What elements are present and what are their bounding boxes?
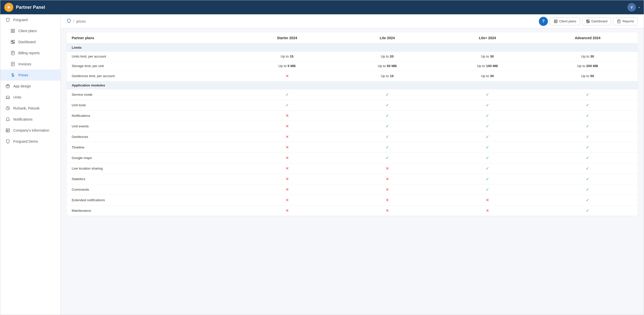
- table-icon: [5, 128, 10, 133]
- lite-cell: ✕: [337, 174, 437, 184]
- advanced-cell: ✓: [538, 184, 638, 195]
- sidebar-item-app-design[interactable]: App design: [0, 81, 60, 92]
- lite-cell: ✕: [337, 195, 437, 205]
- lite-cell: Up to 20: [337, 52, 437, 61]
- cross-icon: ✕: [386, 198, 389, 202]
- sidebar-item-dashboard-label: Dashboard: [18, 40, 36, 44]
- sidebar-item-units[interactable]: Units: [0, 92, 60, 103]
- dollar-icon: [10, 73, 15, 78]
- lite-cell: ✓: [337, 142, 437, 153]
- feature-cell: Google maps: [67, 153, 237, 163]
- reports-button[interactable]: Reports: [613, 17, 638, 25]
- check-icon: ✓: [586, 198, 589, 202]
- sidebar-item-ruhavik[interactable]: Ruhavik, Petovik: [0, 103, 60, 114]
- check-icon: ✓: [486, 156, 489, 160]
- check-icon: ✓: [486, 135, 489, 139]
- lite-cell: ✕: [337, 163, 437, 174]
- lite_plus-cell: ✓: [437, 121, 537, 132]
- svg-rect-39: [556, 22, 557, 23]
- svg-point-26: [8, 85, 8, 85]
- sidebar-item-forguard-demo[interactable]: Forguard Demo: [0, 136, 60, 147]
- check-icon: ✓: [486, 92, 489, 97]
- check-icon: ✓: [586, 103, 589, 107]
- lite_plus-cell: ✕: [437, 195, 537, 205]
- client-plans-button[interactable]: Client plans: [550, 17, 580, 25]
- check-icon: ✓: [286, 103, 289, 107]
- advanced-cell: ✓: [538, 142, 638, 153]
- help-button[interactable]: ?: [539, 17, 548, 26]
- lite_plus-cell: ✓: [437, 184, 537, 195]
- dashboard-icon: [10, 39, 15, 44]
- dashboard-btn-icon: [586, 19, 590, 23]
- table-row: Storage limit, per unitUp to 5 MBUp to 5…: [67, 61, 638, 71]
- cross-icon: ✕: [286, 145, 289, 149]
- feature-cell: Extended notifications: [67, 195, 237, 205]
- col-header-lite: Lite 2024: [337, 32, 437, 44]
- cross-icon: ✕: [286, 166, 289, 171]
- sidebar: Forguard Client plans Dashboard: [0, 14, 61, 315]
- content-area: / prices ? Client plans Dashboard: [61, 14, 644, 315]
- lite_plus-cell: Up to 30: [437, 71, 537, 81]
- starter-cell: ✕: [237, 184, 337, 195]
- advanced-cell: ✓: [538, 132, 638, 142]
- svg-rect-36: [554, 20, 555, 21]
- content-header: / prices ? Client plans Dashboard: [61, 14, 644, 28]
- header-actions: ? Client plans Dashboard Reports: [539, 17, 638, 26]
- lite_plus-cell: ✓: [437, 174, 537, 184]
- feature-cell: Notifications: [67, 111, 237, 121]
- starter-cell: ✓: [237, 89, 337, 100]
- svg-rect-12: [13, 40, 15, 42]
- table-row: Statistics✕✕✓✓: [67, 174, 638, 184]
- svg-point-27: [8, 85, 9, 86]
- sidebar-item-forguard-label: Forguard: [13, 18, 28, 22]
- feature-cell: Geofences: [67, 132, 237, 142]
- car-icon: [5, 95, 10, 100]
- lite_plus-cell: ✓: [437, 163, 537, 174]
- lite-cell: Up to 15: [337, 71, 437, 81]
- table-row: Notifications✕✓✓✓: [67, 111, 638, 121]
- check-icon: ✓: [486, 124, 489, 128]
- shield-icon: [5, 17, 10, 22]
- sidebar-item-notifications[interactable]: Notifications: [0, 114, 60, 125]
- advanced-cell: ✓: [538, 100, 638, 111]
- advanced-cell: ✓: [538, 89, 638, 100]
- sidebar-item-dashboard[interactable]: Dashboard: [0, 36, 60, 47]
- sidebar-item-notifications-label: Notifications: [13, 117, 32, 121]
- svg-rect-8: [13, 29, 15, 30]
- cross-icon: ✕: [286, 114, 289, 118]
- bell-icon: [5, 117, 10, 122]
- sidebar-item-company-info[interactable]: Company's information: [0, 125, 60, 136]
- sidebar-item-billing-reports[interactable]: Billing reports: [0, 47, 60, 59]
- lite-cell: ✓: [337, 132, 437, 142]
- starter-cell: ✕: [237, 153, 337, 163]
- starter-cell: ✕: [237, 132, 337, 142]
- reports-btn-icon: [617, 19, 621, 23]
- col-header-advanced: Advanced 2024: [538, 32, 638, 44]
- sidebar-item-invoices-label: Invoices: [18, 62, 31, 66]
- svg-rect-10: [13, 31, 15, 33]
- check-icon: ✓: [586, 187, 589, 192]
- sidebar-item-invoices[interactable]: Invoices: [0, 59, 60, 70]
- svg-rect-13: [11, 42, 13, 44]
- sidebar-item-forguard[interactable]: Forguard: [0, 14, 60, 25]
- check-icon: ✓: [486, 187, 489, 192]
- feature-cell: Geofences limit, per account: [67, 71, 237, 81]
- chevron-down-icon[interactable]: ▾: [638, 6, 640, 9]
- sidebar-item-billing-reports-label: Billing reports: [18, 51, 40, 55]
- breadcrumb: / prices: [67, 19, 86, 24]
- user-avatar[interactable]: V: [627, 3, 636, 12]
- svg-rect-41: [588, 20, 589, 22]
- dashboard-button[interactable]: Dashboard: [582, 17, 611, 25]
- check-icon: ✓: [586, 156, 589, 160]
- sidebar-item-prices[interactable]: Prices: [0, 70, 60, 81]
- client-plans-btn-icon: [554, 19, 558, 23]
- cross-icon: ✕: [286, 198, 289, 202]
- lite_plus-cell: ✕: [437, 205, 537, 216]
- sidebar-item-client-plans[interactable]: Client plans: [0, 25, 60, 36]
- table-wrapper: Partner plans Starter 2024 Lite 2024 Lit…: [61, 28, 644, 315]
- lite-cell: ✓: [337, 100, 437, 111]
- starter-cell: ✕: [237, 195, 337, 205]
- cross-icon: ✕: [286, 177, 289, 181]
- svg-point-25: [7, 85, 7, 86]
- cross-icon: ✕: [386, 187, 389, 192]
